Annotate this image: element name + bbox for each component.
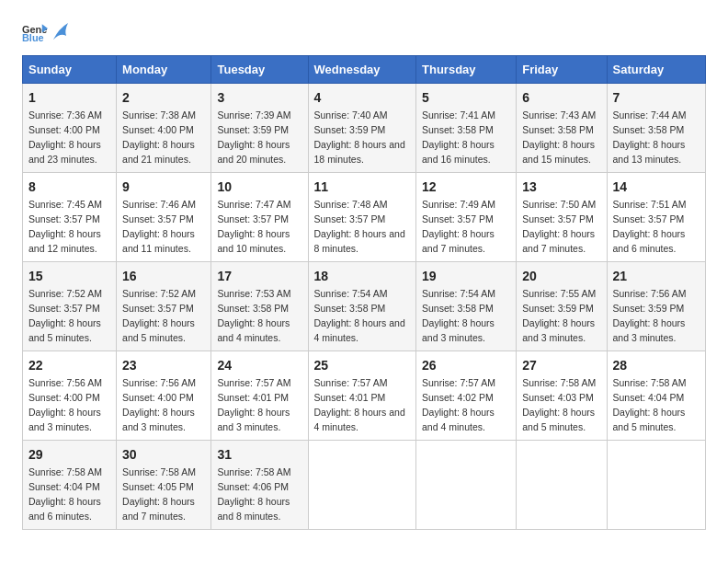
- day-number: 15: [28, 267, 110, 285]
- calendar-cell: 2Sunrise: 7:38 AMSunset: 4:00 PMDaylight…: [117, 84, 211, 173]
- calendar-week-row: 29Sunrise: 7:58 AMSunset: 4:04 PMDayligh…: [23, 441, 706, 530]
- day-number: 29: [28, 445, 110, 464]
- day-number: 19: [422, 267, 510, 285]
- calendar-cell: 28Sunrise: 7:58 AMSunset: 4:04 PMDayligh…: [607, 351, 705, 441]
- day-info: Sunrise: 7:54 AMSunset: 3:58 PMDaylight:…: [422, 288, 495, 343]
- day-number: 11: [314, 178, 410, 196]
- calendar-cell: 20Sunrise: 7:55 AMSunset: 3:59 PMDayligh…: [517, 262, 607, 351]
- day-info: Sunrise: 7:36 AMSunset: 4:00 PMDaylight:…: [28, 109, 102, 165]
- svg-text:Blue: Blue: [22, 32, 44, 43]
- calendar-cell: [517, 441, 607, 530]
- day-number: 8: [28, 178, 110, 196]
- day-number: 4: [314, 88, 410, 107]
- calendar-cell: 5Sunrise: 7:41 AMSunset: 3:58 PMDaylight…: [416, 84, 517, 173]
- day-info: Sunrise: 7:50 AMSunset: 3:57 PMDaylight:…: [522, 199, 596, 254]
- calendar-week-row: 22Sunrise: 7:56 AMSunset: 4:00 PMDayligh…: [23, 351, 706, 441]
- day-number: 17: [217, 267, 301, 285]
- day-number: 1: [28, 88, 110, 107]
- day-info: Sunrise: 7:46 AMSunset: 3:57 PMDaylight:…: [122, 199, 196, 254]
- calendar-cell: 30Sunrise: 7:58 AMSunset: 4:05 PMDayligh…: [117, 441, 211, 530]
- weekday-header-wednesday: Wednesday: [308, 56, 415, 84]
- day-info: Sunrise: 7:53 AMSunset: 3:58 PMDaylight:…: [217, 288, 290, 343]
- day-info: Sunrise: 7:43 AMSunset: 3:58 PMDaylight:…: [522, 109, 596, 165]
- day-info: Sunrise: 7:52 AMSunset: 3:57 PMDaylight:…: [28, 288, 102, 343]
- calendar-cell: 12Sunrise: 7:49 AMSunset: 3:57 PMDayligh…: [416, 173, 517, 262]
- day-info: Sunrise: 7:58 AMSunset: 4:05 PMDaylight:…: [122, 466, 196, 522]
- calendar-body: 1Sunrise: 7:36 AMSunset: 4:00 PMDaylight…: [23, 84, 706, 530]
- calendar-cell: 17Sunrise: 7:53 AMSunset: 3:58 PMDayligh…: [211, 262, 308, 351]
- day-number: 2: [122, 88, 205, 107]
- weekday-header-monday: Monday: [117, 56, 211, 84]
- calendar-cell: 26Sunrise: 7:57 AMSunset: 4:02 PMDayligh…: [416, 351, 517, 441]
- logo: General Blue: [22, 18, 74, 44]
- calendar-cell: 1Sunrise: 7:36 AMSunset: 4:00 PMDaylight…: [23, 84, 117, 173]
- calendar-week-row: 1Sunrise: 7:36 AMSunset: 4:00 PMDaylight…: [23, 84, 706, 173]
- day-number: 25: [314, 356, 410, 374]
- calendar-cell: 3Sunrise: 7:39 AMSunset: 3:59 PMDaylight…: [211, 84, 308, 173]
- day-number: 14: [613, 178, 700, 196]
- day-number: 9: [122, 178, 205, 196]
- calendar-cell: 13Sunrise: 7:50 AMSunset: 3:57 PMDayligh…: [517, 173, 607, 262]
- day-number: 22: [28, 356, 110, 374]
- calendar-table: SundayMondayTuesdayWednesdayThursdayFrid…: [22, 55, 706, 530]
- day-info: Sunrise: 7:56 AMSunset: 4:00 PMDaylight:…: [28, 377, 102, 432]
- weekday-header-friday: Friday: [517, 56, 607, 84]
- calendar-cell: [607, 441, 705, 530]
- calendar-week-row: 8Sunrise: 7:45 AMSunset: 3:57 PMDaylight…: [23, 173, 706, 262]
- day-info: Sunrise: 7:56 AMSunset: 4:00 PMDaylight:…: [122, 377, 196, 432]
- day-number: 20: [522, 267, 600, 285]
- day-number: 5: [422, 88, 510, 107]
- day-number: 6: [522, 88, 600, 107]
- day-number: 26: [422, 356, 510, 374]
- day-number: 28: [613, 356, 700, 374]
- calendar-cell: [308, 441, 415, 530]
- day-info: Sunrise: 7:58 AMSunset: 4:04 PMDaylight:…: [613, 377, 687, 432]
- day-info: Sunrise: 7:47 AMSunset: 3:57 PMDaylight:…: [217, 199, 290, 254]
- weekday-header-row: SundayMondayTuesdayWednesdayThursdayFrid…: [23, 56, 706, 84]
- day-number: 31: [217, 445, 301, 464]
- day-info: Sunrise: 7:48 AMSunset: 3:57 PMDaylight:…: [314, 199, 405, 254]
- calendar-cell: 22Sunrise: 7:56 AMSunset: 4:00 PMDayligh…: [23, 351, 117, 441]
- calendar-cell: 29Sunrise: 7:58 AMSunset: 4:04 PMDayligh…: [23, 441, 117, 530]
- calendar-cell: 24Sunrise: 7:57 AMSunset: 4:01 PMDayligh…: [211, 351, 308, 441]
- day-info: Sunrise: 7:52 AMSunset: 3:57 PMDaylight:…: [122, 288, 196, 343]
- calendar-cell: 23Sunrise: 7:56 AMSunset: 4:00 PMDayligh…: [117, 351, 211, 441]
- day-info: Sunrise: 7:45 AMSunset: 3:57 PMDaylight:…: [28, 199, 102, 254]
- day-info: Sunrise: 7:49 AMSunset: 3:57 PMDaylight:…: [422, 199, 495, 254]
- calendar-cell: 31Sunrise: 7:58 AMSunset: 4:06 PMDayligh…: [211, 441, 308, 530]
- calendar-cell: 8Sunrise: 7:45 AMSunset: 3:57 PMDaylight…: [23, 173, 117, 262]
- day-number: 30: [122, 445, 205, 464]
- calendar-cell: 9Sunrise: 7:46 AMSunset: 3:57 PMDaylight…: [117, 173, 211, 262]
- day-info: Sunrise: 7:40 AMSunset: 3:59 PMDaylight:…: [314, 109, 405, 165]
- calendar-cell: 27Sunrise: 7:58 AMSunset: 4:03 PMDayligh…: [517, 351, 607, 441]
- day-info: Sunrise: 7:38 AMSunset: 4:00 PMDaylight:…: [122, 109, 196, 165]
- day-number: 23: [122, 356, 205, 374]
- day-info: Sunrise: 7:54 AMSunset: 3:58 PMDaylight:…: [314, 288, 405, 343]
- day-info: Sunrise: 7:57 AMSunset: 4:02 PMDaylight:…: [422, 377, 495, 432]
- day-info: Sunrise: 7:39 AMSunset: 3:59 PMDaylight:…: [217, 109, 290, 165]
- weekday-header-thursday: Thursday: [416, 56, 517, 84]
- day-number: 12: [422, 178, 510, 196]
- day-info: Sunrise: 7:51 AMSunset: 3:57 PMDaylight:…: [613, 199, 687, 254]
- calendar-cell: 18Sunrise: 7:54 AMSunset: 3:58 PMDayligh…: [308, 262, 415, 351]
- calendar-week-row: 15Sunrise: 7:52 AMSunset: 3:57 PMDayligh…: [23, 262, 706, 351]
- day-number: 18: [314, 267, 410, 285]
- day-number: 10: [217, 178, 301, 196]
- calendar-cell: 19Sunrise: 7:54 AMSunset: 3:58 PMDayligh…: [416, 262, 517, 351]
- calendar-cell: 25Sunrise: 7:57 AMSunset: 4:01 PMDayligh…: [308, 351, 415, 441]
- calendar-cell: 7Sunrise: 7:44 AMSunset: 3:58 PMDaylight…: [607, 84, 705, 173]
- calendar-cell: 21Sunrise: 7:56 AMSunset: 3:59 PMDayligh…: [607, 262, 705, 351]
- day-info: Sunrise: 7:44 AMSunset: 3:58 PMDaylight:…: [613, 109, 687, 165]
- weekday-header-sunday: Sunday: [23, 56, 117, 84]
- calendar-cell: 10Sunrise: 7:47 AMSunset: 3:57 PMDayligh…: [211, 173, 308, 262]
- logo-bird-icon: [51, 19, 72, 43]
- calendar-cell: 4Sunrise: 7:40 AMSunset: 3:59 PMDaylight…: [308, 84, 415, 173]
- weekday-header-saturday: Saturday: [607, 56, 705, 84]
- day-info: Sunrise: 7:58 AMSunset: 4:06 PMDaylight:…: [217, 466, 290, 522]
- calendar-cell: 14Sunrise: 7:51 AMSunset: 3:57 PMDayligh…: [607, 173, 705, 262]
- day-number: 24: [217, 356, 301, 374]
- day-number: 16: [122, 267, 205, 285]
- day-number: 3: [217, 88, 301, 107]
- day-info: Sunrise: 7:56 AMSunset: 3:59 PMDaylight:…: [613, 288, 687, 343]
- day-info: Sunrise: 7:58 AMSunset: 4:04 PMDaylight:…: [28, 466, 102, 522]
